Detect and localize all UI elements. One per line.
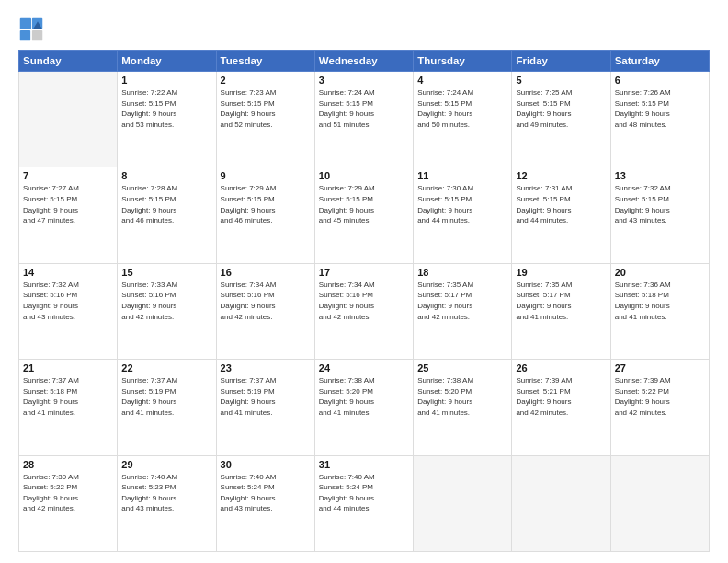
- day-number: 19: [516, 267, 606, 278]
- calendar-cell: 13Sunrise: 7:32 AMSunset: 5:15 PMDayligh…: [610, 167, 709, 263]
- calendar-cell: 6Sunrise: 7:26 AMSunset: 5:15 PMDaylight…: [610, 72, 709, 167]
- day-info: Sunrise: 7:24 AMSunset: 5:15 PMDaylight:…: [417, 87, 507, 130]
- calendar-week-row: 14Sunrise: 7:32 AMSunset: 5:16 PMDayligh…: [19, 263, 710, 359]
- calendar-cell: 4Sunrise: 7:24 AMSunset: 5:15 PMDaylight…: [414, 72, 512, 167]
- weekday-header: Saturday: [610, 51, 709, 72]
- weekday-header: Wednesday: [314, 51, 413, 72]
- calendar-cell: 15Sunrise: 7:33 AMSunset: 5:16 PMDayligh…: [118, 263, 216, 359]
- day-info: Sunrise: 7:29 AMSunset: 5:15 PMDaylight:…: [221, 183, 311, 225]
- logo-icon: [18, 17, 44, 42]
- day-number: 25: [417, 362, 507, 373]
- calendar-cell: 30Sunrise: 7:40 AMSunset: 5:24 PMDayligh…: [216, 455, 314, 551]
- day-number: 22: [121, 362, 211, 373]
- day-info: Sunrise: 7:27 AMSunset: 5:15 PMDaylight:…: [23, 183, 113, 225]
- calendar-cell: 25Sunrise: 7:38 AMSunset: 5:20 PMDayligh…: [414, 360, 512, 455]
- day-number: 31: [319, 459, 409, 470]
- day-number: 4: [417, 75, 507, 86]
- header: [18, 17, 710, 42]
- calendar-cell: 21Sunrise: 7:37 AMSunset: 5:18 PMDayligh…: [19, 360, 118, 455]
- day-info: Sunrise: 7:40 AMSunset: 5:23 PMDaylight:…: [121, 472, 211, 514]
- day-info: Sunrise: 7:26 AMSunset: 5:15 PMDaylight:…: [615, 87, 705, 130]
- calendar-cell: 29Sunrise: 7:40 AMSunset: 5:23 PMDayligh…: [118, 455, 216, 551]
- day-number: 2: [221, 75, 311, 86]
- day-info: Sunrise: 7:36 AMSunset: 5:18 PMDaylight:…: [615, 280, 705, 322]
- weekday-header: Monday: [118, 51, 216, 72]
- day-info: Sunrise: 7:22 AMSunset: 5:15 PMDaylight:…: [121, 87, 211, 130]
- day-number: 14: [23, 267, 113, 278]
- day-number: 12: [516, 170, 606, 181]
- day-number: 27: [615, 362, 705, 373]
- day-number: 24: [319, 362, 409, 373]
- day-info: Sunrise: 7:29 AMSunset: 5:15 PMDaylight:…: [319, 183, 409, 225]
- calendar-cell: 28Sunrise: 7:39 AMSunset: 5:22 PMDayligh…: [19, 455, 118, 551]
- day-info: Sunrise: 7:35 AMSunset: 5:17 PMDaylight:…: [417, 280, 507, 322]
- svg-rect-3: [32, 30, 42, 40]
- day-number: 1: [121, 75, 211, 86]
- calendar-cell: 7Sunrise: 7:27 AMSunset: 5:15 PMDaylight…: [19, 167, 118, 263]
- calendar-cell: [512, 455, 610, 551]
- day-number: 11: [417, 170, 507, 181]
- calendar-cell: [19, 72, 118, 167]
- day-info: Sunrise: 7:40 AMSunset: 5:24 PMDaylight:…: [319, 472, 409, 514]
- calendar-cell: 22Sunrise: 7:37 AMSunset: 5:19 PMDayligh…: [118, 360, 216, 455]
- calendar-cell: 11Sunrise: 7:30 AMSunset: 5:15 PMDayligh…: [414, 167, 512, 263]
- day-number: 16: [221, 267, 311, 278]
- weekday-header: Thursday: [414, 51, 512, 72]
- calendar-cell: 14Sunrise: 7:32 AMSunset: 5:16 PMDayligh…: [19, 263, 118, 359]
- calendar-cell: 31Sunrise: 7:40 AMSunset: 5:24 PMDayligh…: [314, 455, 413, 551]
- day-info: Sunrise: 7:34 AMSunset: 5:16 PMDaylight:…: [221, 280, 311, 322]
- calendar-table: SundayMondayTuesdayWednesdayThursdayFrid…: [18, 50, 710, 552]
- weekday-header: Tuesday: [216, 51, 314, 72]
- day-info: Sunrise: 7:38 AMSunset: 5:20 PMDaylight:…: [417, 375, 507, 418]
- day-info: Sunrise: 7:39 AMSunset: 5:21 PMDaylight:…: [516, 375, 606, 418]
- day-number: 5: [516, 75, 606, 86]
- calendar-cell: 2Sunrise: 7:23 AMSunset: 5:15 PMDaylight…: [216, 72, 314, 167]
- day-info: Sunrise: 7:37 AMSunset: 5:19 PMDaylight:…: [121, 375, 211, 418]
- day-number: 9: [221, 170, 311, 181]
- day-number: 13: [615, 170, 705, 181]
- calendar-week-row: 28Sunrise: 7:39 AMSunset: 5:22 PMDayligh…: [19, 455, 710, 551]
- day-number: 8: [121, 170, 211, 181]
- calendar-cell: 26Sunrise: 7:39 AMSunset: 5:21 PMDayligh…: [512, 360, 610, 455]
- calendar-cell: 12Sunrise: 7:31 AMSunset: 5:15 PMDayligh…: [512, 167, 610, 263]
- logo: [18, 17, 48, 42]
- day-info: Sunrise: 7:33 AMSunset: 5:16 PMDaylight:…: [121, 280, 211, 322]
- weekday-header: Friday: [512, 51, 610, 72]
- day-info: Sunrise: 7:31 AMSunset: 5:15 PMDaylight:…: [516, 183, 606, 225]
- calendar-cell: 19Sunrise: 7:35 AMSunset: 5:17 PMDayligh…: [512, 263, 610, 359]
- day-info: Sunrise: 7:23 AMSunset: 5:15 PMDaylight:…: [221, 87, 311, 130]
- day-info: Sunrise: 7:38 AMSunset: 5:20 PMDaylight:…: [319, 375, 409, 418]
- day-info: Sunrise: 7:39 AMSunset: 5:22 PMDaylight:…: [23, 472, 113, 514]
- weekday-header: Sunday: [19, 51, 118, 72]
- calendar-week-row: 7Sunrise: 7:27 AMSunset: 5:15 PMDaylight…: [19, 167, 710, 263]
- day-number: 29: [121, 459, 211, 470]
- page: SundayMondayTuesdayWednesdayThursdayFrid…: [0, 0, 728, 563]
- calendar-cell: 17Sunrise: 7:34 AMSunset: 5:16 PMDayligh…: [314, 263, 413, 359]
- svg-rect-0: [20, 18, 31, 29]
- day-info: Sunrise: 7:32 AMSunset: 5:15 PMDaylight:…: [615, 183, 705, 225]
- calendar-cell: [610, 455, 709, 551]
- day-info: Sunrise: 7:35 AMSunset: 5:17 PMDaylight:…: [516, 280, 606, 322]
- calendar-cell: 9Sunrise: 7:29 AMSunset: 5:15 PMDaylight…: [216, 167, 314, 263]
- day-info: Sunrise: 7:30 AMSunset: 5:15 PMDaylight:…: [417, 183, 507, 225]
- day-number: 10: [319, 170, 409, 181]
- day-info: Sunrise: 7:24 AMSunset: 5:15 PMDaylight:…: [319, 87, 409, 130]
- day-info: Sunrise: 7:37 AMSunset: 5:19 PMDaylight:…: [221, 375, 311, 418]
- calendar-cell: 8Sunrise: 7:28 AMSunset: 5:15 PMDaylight…: [118, 167, 216, 263]
- day-info: Sunrise: 7:25 AMSunset: 5:15 PMDaylight:…: [516, 87, 606, 130]
- calendar-cell: 18Sunrise: 7:35 AMSunset: 5:17 PMDayligh…: [414, 263, 512, 359]
- day-number: 18: [417, 267, 507, 278]
- calendar-cell: 5Sunrise: 7:25 AMSunset: 5:15 PMDaylight…: [512, 72, 610, 167]
- calendar-cell: 16Sunrise: 7:34 AMSunset: 5:16 PMDayligh…: [216, 263, 314, 359]
- day-number: 17: [319, 267, 409, 278]
- calendar-cell: 10Sunrise: 7:29 AMSunset: 5:15 PMDayligh…: [314, 167, 413, 263]
- calendar-header-row: SundayMondayTuesdayWednesdayThursdayFrid…: [19, 51, 710, 72]
- calendar-week-row: 1Sunrise: 7:22 AMSunset: 5:15 PMDaylight…: [19, 72, 710, 167]
- day-number: 15: [121, 267, 211, 278]
- day-number: 3: [319, 75, 409, 86]
- day-info: Sunrise: 7:40 AMSunset: 5:24 PMDaylight:…: [221, 472, 311, 514]
- day-number: 23: [221, 362, 311, 373]
- calendar-cell: 23Sunrise: 7:37 AMSunset: 5:19 PMDayligh…: [216, 360, 314, 455]
- calendar-cell: 24Sunrise: 7:38 AMSunset: 5:20 PMDayligh…: [314, 360, 413, 455]
- day-info: Sunrise: 7:28 AMSunset: 5:15 PMDaylight:…: [121, 183, 211, 225]
